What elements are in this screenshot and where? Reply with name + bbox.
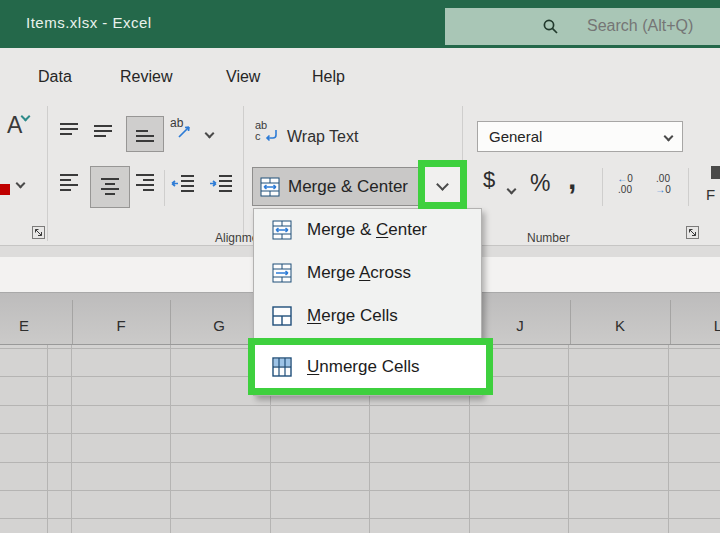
tab-view[interactable]: View [226, 64, 260, 90]
merge-center-icon [259, 177, 281, 197]
number-format-value: General [489, 128, 665, 145]
align-center-button[interactable] [90, 166, 130, 208]
increase-indent-button[interactable] [208, 173, 234, 195]
unmerge-cells-icon [272, 357, 292, 377]
comma-format-button[interactable]: , [568, 162, 576, 196]
decrease-indent-button[interactable] [170, 173, 196, 195]
chevron-down-icon[interactable] [436, 178, 449, 191]
align-center-icon [99, 176, 121, 198]
window-title: Items.xlsx - Excel [26, 14, 152, 31]
tab-help[interactable]: Help [312, 64, 345, 90]
merge-center-icon [272, 220, 292, 240]
menu-item-label: Unmerge Cells [307, 357, 419, 377]
menu-item-merge-and-center[interactable]: Merge & Center [254, 208, 480, 251]
group-divider [47, 106, 48, 241]
column-separator [570, 300, 571, 344]
align-left-button[interactable] [58, 172, 80, 194]
percent-format-button[interactable]: % [530, 170, 550, 197]
bottom-align-icon [134, 124, 156, 144]
divider [164, 170, 165, 206]
currency-format-button[interactable]: $ [483, 167, 495, 193]
wrap-text-icon: ab c [254, 119, 284, 149]
dialog-launcher-icon[interactable] [686, 226, 699, 239]
wrap-text-button[interactable]: Wrap Text [287, 128, 358, 146]
column-header-g[interactable]: G [213, 315, 225, 337]
column-header-e[interactable]: E [19, 315, 29, 337]
increase-decimal-button[interactable]: ←0 .00 [608, 173, 642, 195]
title-bar: Items.xlsx - Excel [0, 0, 720, 48]
decrease-decimal-button[interactable]: .00 →0 [646, 173, 680, 195]
column-header-k[interactable]: K [615, 315, 625, 337]
column-header-l[interactable]: L [714, 315, 720, 337]
merge-and-center-label: Merge & Center [288, 177, 418, 197]
top-align-button[interactable] [58, 120, 80, 140]
number-group-label: Number [527, 231, 570, 245]
align-right-button[interactable] [134, 172, 156, 194]
chevron-down-icon[interactable] [507, 185, 517, 195]
merge-across-icon [272, 263, 292, 283]
divider [602, 168, 603, 206]
column-separator [170, 300, 171, 344]
menu-item-unmerge-cells-highlight[interactable]: Unmerge Cells [248, 338, 493, 395]
divider [688, 168, 689, 206]
column-separator [72, 300, 73, 344]
tab-review[interactable]: Review [120, 64, 172, 90]
column-separator [670, 300, 671, 344]
merge-dropdown-arrow-highlight[interactable] [418, 160, 467, 209]
font-color-swatch[interactable] [0, 184, 10, 195]
bottom-align-button[interactable] [126, 116, 164, 152]
chevron-down-icon[interactable] [205, 129, 215, 139]
dialog-launcher-icon[interactable] [32, 226, 45, 239]
menu-item-merge-across[interactable]: Merge Across [254, 251, 480, 294]
orientation-arrow-icon [176, 122, 194, 140]
partial-format-label: F [706, 186, 715, 203]
partial-icon-fragment [711, 166, 720, 179]
menu-item-merge-cells[interactable]: Merge Cells [254, 294, 480, 337]
menu-item-label: Merge Across [307, 263, 411, 283]
number-format-dropdown[interactable]: General [477, 121, 683, 152]
search-input[interactable] [585, 16, 719, 36]
middle-align-button[interactable] [92, 120, 114, 140]
search-box[interactable] [445, 8, 720, 45]
group-divider [243, 106, 244, 241]
excel-window: Items.xlsx - Excel Data Review View Help… [0, 0, 720, 533]
chevron-down-icon [664, 132, 674, 142]
chevron-down-icon[interactable] [16, 179, 26, 189]
orientation-button[interactable]: ab [170, 116, 200, 146]
search-icon [542, 18, 560, 36]
menu-item-label: Merge Cells [307, 306, 398, 326]
menu-item-label: Merge & Center [307, 220, 427, 240]
column-header-f[interactable]: F [116, 315, 125, 337]
column-header-j[interactable]: J [516, 315, 524, 337]
merge-cells-icon [272, 306, 292, 326]
tab-data[interactable]: Data [38, 64, 72, 90]
